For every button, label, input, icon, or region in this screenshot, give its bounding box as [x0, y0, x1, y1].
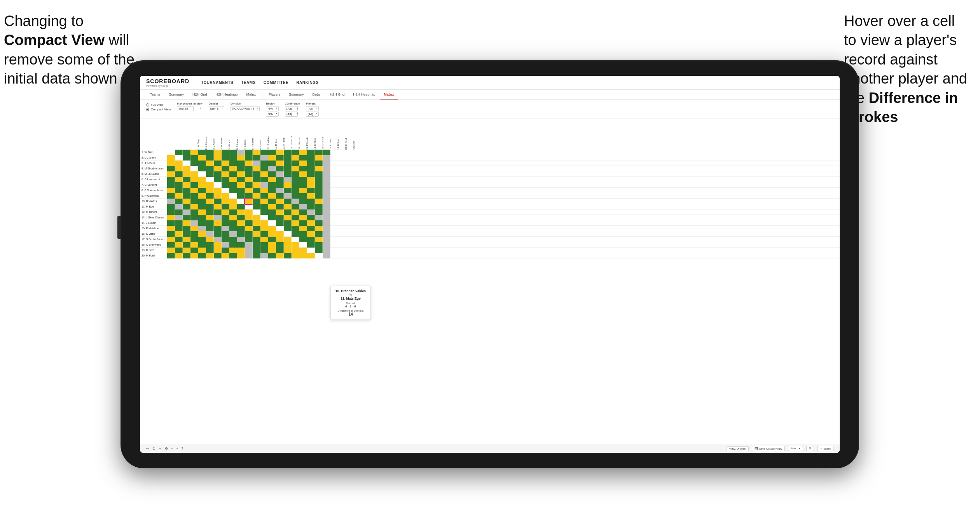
sub-tab-h2h-grid2[interactable]: H2H Grid — [326, 90, 349, 99]
undo-icon[interactable]: ↩ — [146, 447, 149, 450]
matrix-cell[interactable] — [245, 193, 253, 199]
matrix-cell[interactable] — [276, 220, 284, 226]
matrix-cell[interactable] — [284, 182, 292, 188]
matrix-cell[interactable] — [292, 204, 299, 209]
matrix-cell[interactable] — [229, 182, 237, 188]
matrix-cell[interactable] — [167, 166, 175, 171]
matrix-cell[interactable] — [276, 242, 284, 248]
matrix-cell[interactable] — [245, 248, 253, 253]
matrix-cell[interactable] — [315, 188, 323, 193]
matrix-cell[interactable] — [222, 166, 229, 171]
matrix-cell[interactable] — [276, 177, 284, 182]
matrix-cell[interactable] — [323, 215, 330, 220]
matrix-cell[interactable] — [268, 253, 276, 258]
matrix-cell[interactable] — [260, 231, 268, 237]
matrix-cell[interactable] — [214, 199, 222, 204]
matrix-cell[interactable] — [292, 209, 299, 215]
matrix-cell[interactable] — [206, 231, 214, 237]
matrix-cell[interactable] — [260, 199, 268, 204]
matrix-cell[interactable] — [245, 220, 253, 226]
matrix-cell[interactable] — [299, 177, 307, 182]
matrix-cell[interactable] — [167, 150, 175, 155]
matrix-cell[interactable] — [222, 171, 229, 177]
matrix-cell[interactable] — [183, 204, 190, 209]
matrix-cell[interactable] — [175, 242, 183, 248]
sub-tab-h2h-grid[interactable]: H2H Grid — [189, 90, 211, 99]
matrix-cell[interactable] — [292, 188, 299, 193]
matrix-cell[interactable] — [299, 171, 307, 177]
matrix-cell[interactable] — [260, 193, 268, 199]
matrix-cell[interactable] — [268, 248, 276, 253]
matrix-cell[interactable] — [284, 199, 292, 204]
matrix-cell[interactable] — [190, 161, 198, 166]
matrix-cell[interactable] — [253, 199, 260, 204]
matrix-cell[interactable] — [214, 155, 222, 161]
matrix-cell[interactable] — [167, 237, 175, 242]
matrix-cell[interactable] — [190, 171, 198, 177]
matrix-cell[interactable] — [214, 220, 222, 226]
matrix-cell[interactable] — [268, 171, 276, 177]
matrix-cell[interactable] — [253, 226, 260, 231]
matrix-cell[interactable] — [307, 177, 315, 182]
matrix-cell[interactable] — [214, 161, 222, 166]
matrix-cell[interactable] — [229, 242, 237, 248]
matrix-cell[interactable] — [299, 155, 307, 161]
matrix-cell[interactable] — [307, 248, 315, 253]
matrix-cell[interactable] — [214, 226, 222, 231]
save-custom-button[interactable]: 💾 Save Custom View — [752, 446, 785, 451]
matrix-cell[interactable] — [307, 220, 315, 226]
matrix-cell[interactable] — [237, 177, 245, 182]
matrix-cell[interactable] — [292, 242, 299, 248]
matrix-cell[interactable] — [222, 177, 229, 182]
matrix-cell[interactable] — [237, 188, 245, 193]
matrix-cell[interactable] — [175, 161, 183, 166]
matrix-cell[interactable] — [299, 242, 307, 248]
matrix-cell[interactable] — [276, 188, 284, 193]
matrix-cell[interactable] — [175, 193, 183, 199]
matrix-cell[interactable] — [183, 253, 190, 258]
matrix-cell[interactable] — [253, 182, 260, 188]
matrix-cell[interactable] — [276, 204, 284, 209]
matrix-cell[interactable] — [214, 182, 222, 188]
matrix-cell[interactable] — [276, 193, 284, 199]
matrix-cell[interactable] — [237, 248, 245, 253]
matrix-cell[interactable] — [315, 242, 323, 248]
matrix-cell[interactable] — [206, 188, 214, 193]
matrix-cell[interactable] — [245, 226, 253, 231]
nav-committee[interactable]: COMMITTEE — [264, 80, 289, 86]
matrix-cell[interactable] — [253, 188, 260, 193]
matrix-cell[interactable] — [183, 248, 190, 253]
matrix-cell[interactable] — [206, 220, 214, 226]
matrix-cell[interactable] — [167, 209, 175, 215]
matrix-cell[interactable] — [229, 166, 237, 171]
matrix-cell[interactable] — [245, 253, 253, 258]
matrix-cell[interactable] — [206, 171, 214, 177]
matrix-cell[interactable] — [292, 226, 299, 231]
sub-tab-players[interactable]: Players — [265, 90, 284, 99]
matrix-cell[interactable] — [183, 215, 190, 220]
radio-compact-view[interactable]: Compact View — [146, 108, 171, 111]
sub-tab-h2h-heatmap2[interactable]: H2H Heatmap — [349, 90, 379, 99]
matrix-cell[interactable] — [183, 155, 190, 161]
matrix-cell[interactable] — [167, 253, 175, 258]
matrix-cell[interactable] — [214, 242, 222, 248]
matrix-cell[interactable] — [253, 248, 260, 253]
matrix-cell[interactable] — [253, 150, 260, 155]
matrix-cell[interactable] — [237, 155, 245, 161]
matrix-cell[interactable] — [229, 253, 237, 258]
matrix-cell[interactable] — [206, 237, 214, 242]
matrix-cell[interactable] — [315, 199, 323, 204]
matrix-cell[interactable] — [214, 253, 222, 258]
matrix-cell[interactable] — [253, 171, 260, 177]
matrix-cell[interactable] — [190, 193, 198, 199]
matrix-cell[interactable] — [276, 199, 284, 204]
matrix-cell[interactable] — [284, 231, 292, 237]
matrix-cell[interactable] — [229, 215, 237, 220]
matrix-cell[interactable] — [268, 231, 276, 237]
matrix-cell[interactable] — [245, 215, 253, 220]
matrix-cell[interactable] — [198, 231, 206, 237]
matrix-cell[interactable] — [253, 253, 260, 258]
matrix-cell[interactable] — [214, 188, 222, 193]
matrix-cell[interactable] — [190, 253, 198, 258]
matrix-cell[interactable] — [253, 155, 260, 161]
